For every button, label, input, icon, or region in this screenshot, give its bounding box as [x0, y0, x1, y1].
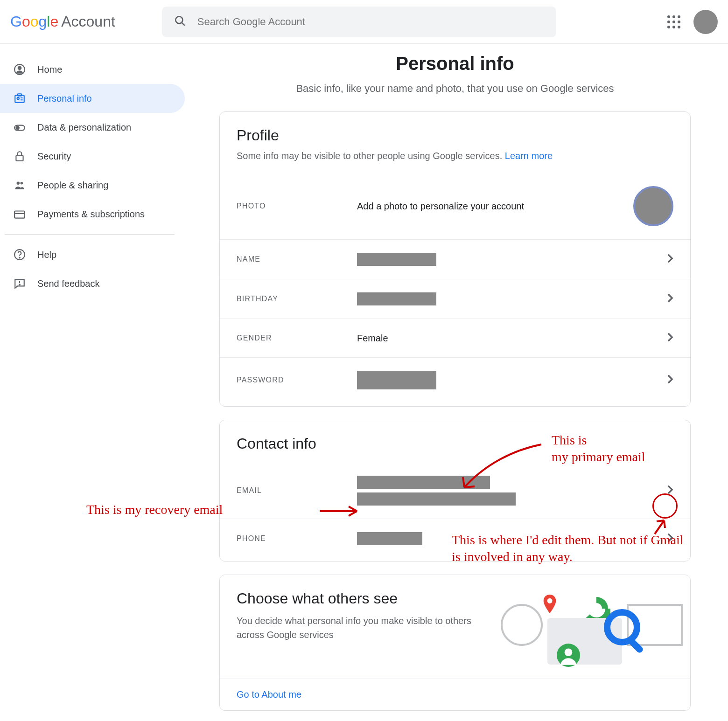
feedback-icon — [12, 277, 27, 290]
sidebar-item-home[interactable]: Home — [0, 55, 185, 84]
profile-subtext-text: Some info may be visible to other people… — [237, 151, 505, 161]
sidebar-item-payments[interactable]: Payments & subscriptions — [0, 200, 185, 229]
home-icon — [12, 63, 27, 76]
apps-menu-icon[interactable] — [667, 15, 680, 28]
toggle-icon — [12, 121, 27, 133]
svg-line-1 — [182, 22, 185, 26]
card-icon — [12, 208, 27, 220]
profile-row-gender[interactable]: GENDER Female — [220, 319, 690, 357]
contact-card: Contact info EMAIL PHONE — [219, 420, 691, 562]
sidebar-item-label: Send feedback — [37, 278, 99, 289]
row-label: NAME — [237, 255, 357, 263]
logo-account-text: Account — [61, 13, 115, 30]
svg-point-17 — [19, 257, 20, 258]
profile-card: Profile Some info may be visible to othe… — [219, 111, 691, 407]
gender-value: Female — [357, 333, 667, 344]
people-icon — [12, 179, 27, 191]
profile-row-name[interactable]: NAME — [220, 239, 690, 279]
contact-title: Contact info — [220, 435, 690, 452]
sidebar-item-label: Help — [37, 250, 56, 260]
row-label: PHONE — [237, 534, 357, 543]
sidebar-item-data[interactable]: Data & personalization — [0, 113, 185, 142]
row-label: PASSWORD — [237, 376, 357, 384]
choose-illustration — [496, 590, 673, 669]
profile-row-password[interactable]: PASSWORD — [220, 357, 690, 406]
redacted-primary-email — [357, 476, 490, 489]
chevron-right-icon — [667, 374, 673, 386]
svg-point-23 — [607, 612, 637, 642]
google-logo[interactable]: Google Account — [10, 13, 115, 30]
chevron-right-icon — [667, 253, 673, 265]
sidebar-nav: Home Personal info Data & personalizatio… — [0, 44, 187, 721]
sidebar-item-people[interactable]: People & sharing — [0, 171, 185, 200]
chevron-right-icon — [667, 293, 673, 305]
sidebar-item-label: Personal info — [37, 93, 92, 104]
svg-rect-24 — [628, 638, 644, 654]
svg-point-0 — [175, 16, 182, 23]
sidebar-item-feedback[interactable]: Send feedback — [0, 269, 185, 298]
sidebar-item-security[interactable]: Security — [0, 142, 185, 171]
svg-point-22 — [565, 648, 573, 656]
search-input[interactable] — [197, 16, 544, 28]
svg-rect-11 — [16, 156, 23, 161]
redacted-password — [357, 371, 436, 389]
search-bar[interactable] — [162, 7, 556, 37]
learn-more-link[interactable]: Learn more — [505, 151, 553, 161]
choose-card: Choose what others see You decide what p… — [219, 575, 691, 711]
row-label: EMAIL — [237, 486, 357, 495]
redacted-name — [357, 253, 436, 266]
row-label: PHOTO — [237, 202, 357, 210]
redacted-phone — [357, 532, 422, 545]
contact-row-email[interactable]: EMAIL — [220, 463, 690, 519]
sidebar-item-label: People & sharing — [37, 180, 108, 191]
sidebar-item-label: Security — [37, 151, 71, 162]
redacted-recovery-email — [357, 492, 516, 506]
svg-point-6 — [17, 97, 19, 99]
sidebar-item-label: Home — [37, 64, 62, 75]
choose-subtext: You decide what personal info you make v… — [237, 607, 477, 642]
account-avatar[interactable] — [693, 10, 718, 34]
page-subtitle: Basic info, like your name and photo, th… — [219, 83, 691, 95]
profile-subtext: Some info may be visible to other people… — [220, 144, 690, 163]
svg-point-20 — [547, 598, 552, 603]
svg-point-12 — [17, 181, 20, 185]
svg-point-19 — [19, 284, 20, 285]
sidebar-item-label: Data & personalization — [37, 122, 131, 133]
profile-row-birthday[interactable]: BIRTHDAY — [220, 279, 690, 319]
chevron-right-icon — [667, 332, 673, 344]
lock-icon — [12, 150, 27, 162]
page-title: Personal info — [219, 53, 691, 74]
row-label: BIRTHDAY — [237, 295, 357, 303]
choose-title: Choose what others see — [237, 590, 477, 607]
main-content: Personal info Basic info, like your name… — [187, 44, 728, 721]
about-me-link[interactable]: Go to About me — [220, 679, 690, 710]
svg-point-13 — [21, 182, 23, 184]
chevron-right-icon — [667, 485, 673, 497]
svg-point-3 — [18, 67, 21, 70]
help-icon — [12, 249, 27, 261]
profile-photo-avatar[interactable] — [633, 186, 673, 226]
email-values — [357, 476, 667, 506]
search-icon — [174, 15, 186, 29]
sidebar-item-label: Payments & subscriptions — [37, 209, 145, 220]
redacted-birthday — [357, 292, 436, 305]
svg-rect-4 — [15, 96, 24, 103]
app-header: Google Account — [0, 0, 728, 44]
nav-divider — [5, 234, 175, 235]
sidebar-item-personal-info[interactable]: Personal info — [0, 84, 185, 113]
contact-row-phone[interactable]: PHONE — [220, 519, 690, 561]
profile-row-photo[interactable]: PHOTO Add a photo to personalize your ac… — [220, 173, 690, 239]
sidebar-item-help[interactable]: Help — [0, 240, 185, 269]
id-card-icon — [12, 92, 27, 104]
row-label: GENDER — [237, 334, 357, 342]
row-value: Add a photo to personalize your account — [357, 201, 633, 212]
svg-rect-5 — [18, 94, 22, 96]
profile-title: Profile — [220, 127, 690, 144]
svg-point-10 — [16, 126, 19, 130]
svg-rect-14 — [14, 211, 25, 218]
chevron-right-icon — [667, 533, 673, 545]
